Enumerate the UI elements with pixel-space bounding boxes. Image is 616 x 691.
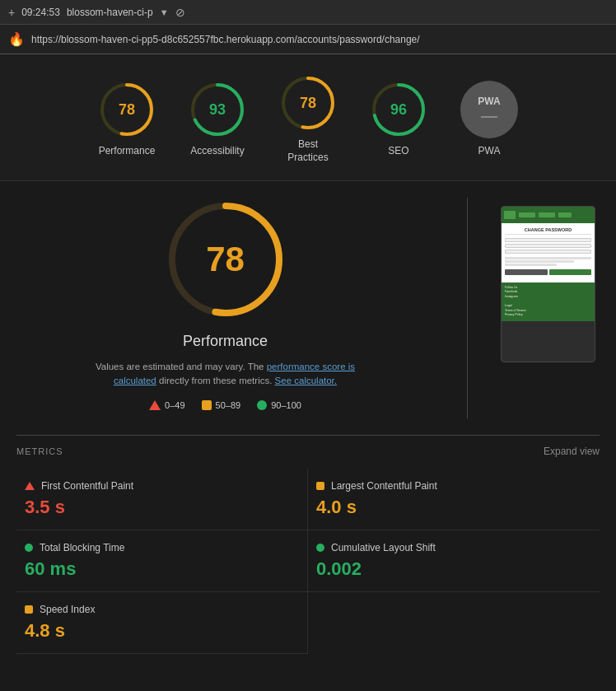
performance-title: Performance <box>183 333 268 350</box>
score-circle-accessibility: 93 <box>189 81 246 138</box>
red-triangle-icon <box>149 400 161 410</box>
green-circle-icon-tbt <box>25 544 33 552</box>
description-middle: directly from these metrics. <box>159 376 275 385</box>
top-bar: + 09:24:53 blossom-haven-ci-p ▼ ⊘ <box>0 0 616 25</box>
top-bar-plus-icon: + <box>8 6 15 19</box>
top-bar-time: 09:24:53 <box>21 7 60 18</box>
preview-text-3 <box>505 264 557 266</box>
perf-left: 78 Performance Values are estimated and … <box>16 198 434 418</box>
score-value-seo: 96 <box>390 100 407 118</box>
top-bar-title: blossom-haven-ci-p <box>67 7 153 18</box>
preview-page-title: CHANGE PASSWORD <box>505 227 591 235</box>
metric-header-cls: Cumulative Layout Shift <box>316 542 591 553</box>
metric-name-lcp: Largest Contentful Paint <box>331 480 437 492</box>
legend-range-orange: 50–89 <box>216 400 241 410</box>
perf-right: CHANGE PASSWORD Follow UsFacebookIns <box>501 206 600 362</box>
metrics-header: METRICS Expand view <box>16 435 600 457</box>
score-value-performance: 78 <box>119 100 135 118</box>
metric-value-si: 4.8 s <box>25 620 299 642</box>
score-item-performance[interactable]: 78 Performance <box>98 81 156 158</box>
metrics-title: METRICS <box>16 446 63 456</box>
metric-item-si: Speed Index 4.8 s <box>16 592 308 654</box>
preview-nav-item2 <box>539 212 555 217</box>
metric-value-cls: 0.002 <box>316 558 591 580</box>
legend: 0–49 50–89 90–100 <box>149 400 301 410</box>
preview-input-3 <box>505 250 591 254</box>
vertical-divider <box>467 198 468 418</box>
pwa-minus-icon: — <box>481 107 497 124</box>
preview-footer: Follow UsFacebookInstagramLegalTerms of … <box>502 282 595 321</box>
metric-header-si: Speed Index <box>25 604 299 615</box>
preview-nav-item3 <box>558 212 572 217</box>
score-circle-performance: 78 <box>98 81 156 138</box>
metric-item-tbt: Total Blocking Time 60 ms <box>16 530 308 592</box>
score-label-pwa: PWA <box>478 145 501 158</box>
performance-description: Values are estimated and may vary. The p… <box>94 360 357 389</box>
main-content: 78 Performance Values are estimated and … <box>0 181 616 670</box>
metrics-grid: First Contentful Paint 3.5 s Largest Con… <box>16 469 600 654</box>
pwa-circle: PWA — <box>460 81 518 138</box>
metric-value-lcp: 4.0 s <box>316 497 591 518</box>
calculator-link[interactable]: See calculator. <box>275 376 337 385</box>
score-item-pwa[interactable]: PWA — PWA <box>460 81 518 158</box>
preview-input-2 <box>505 244 591 248</box>
preview-nav-item1 <box>519 212 535 217</box>
metric-value-tbt: 60 ms <box>25 558 299 580</box>
preview-footer-content: Follow UsFacebookInstagramLegalTerms of … <box>505 286 591 318</box>
orange-square-icon <box>202 400 212 410</box>
preview-btn-change <box>549 269 592 275</box>
legend-item-red: 0–49 <box>149 400 184 410</box>
metric-name-cls: Cumulative Layout Shift <box>331 542 436 553</box>
legend-item-green: 90–100 <box>257 400 301 410</box>
big-score-wrapper: 78 Performance Values are estimated and … <box>16 198 434 410</box>
top-bar-dropdown-icon[interactable]: ▼ <box>160 7 169 17</box>
performance-section: 78 Performance Values are estimated and … <box>16 198 600 418</box>
score-item-seo[interactable]: 96 SEO <box>370 81 427 158</box>
site-icon: 🔥 <box>8 31 25 47</box>
metric-value-fcp: 3.5 s <box>25 497 299 518</box>
preview-buttons <box>505 269 591 275</box>
score-circle-best-practices: 78 <box>279 74 337 132</box>
orange-square-icon-si <box>25 605 33 614</box>
preview-text-2 <box>505 260 574 263</box>
metric-header-tbt: Total Blocking Time <box>25 542 299 553</box>
big-score-circle: 78 <box>164 198 287 321</box>
address-url[interactable]: https://blossom-haven-ci-pp5-d8c652557fb… <box>31 34 420 45</box>
score-circle-seo: 96 <box>370 81 427 138</box>
big-score-number: 78 <box>206 240 245 279</box>
score-label-seo: SEO <box>388 145 408 158</box>
metric-header-fcp: First Contentful Paint <box>25 480 299 492</box>
score-value-best-practices: 78 <box>300 95 316 112</box>
description-text: Values are estimated and may vary. The <box>96 362 267 371</box>
score-value-accessibility: 93 <box>209 100 226 118</box>
legend-range-green: 90–100 <box>271 400 301 410</box>
preview-body: CHANGE PASSWORD <box>502 223 595 282</box>
score-label-performance: Performance <box>99 145 156 158</box>
orange-square-icon-lcp <box>316 482 324 490</box>
top-bar-circle-icon: ⊘ <box>175 6 185 19</box>
score-label-accessibility: Accessibility <box>190 145 244 158</box>
metric-name-si: Speed Index <box>40 604 95 615</box>
green-circle-icon-cls <box>316 544 324 552</box>
metric-item-cls: Cumulative Layout Shift 0.002 <box>308 530 600 592</box>
preview-btn-back <box>505 269 548 275</box>
metric-header-lcp: Largest Contentful Paint <box>316 480 591 492</box>
metric-name-tbt: Total Blocking Time <box>40 542 124 553</box>
red-triangle-icon-fcp <box>25 482 35 490</box>
scores-section: 78 Performance 93 Accessibility 78 BestP… <box>0 54 616 181</box>
preview-text-1 <box>505 257 591 259</box>
score-label-best-practices: BestPractices <box>287 138 328 164</box>
legend-item-orange: 50–89 <box>202 400 241 410</box>
legend-range-red: 0–49 <box>165 400 184 410</box>
preview-nav <box>502 207 595 223</box>
metric-item-fcp: First Contentful Paint 3.5 s <box>16 469 308 530</box>
preview-input-1 <box>505 238 591 242</box>
pwa-text: PWA <box>478 96 500 107</box>
metric-name-fcp: First Contentful Paint <box>41 480 133 492</box>
expand-view-button[interactable]: Expand view <box>544 446 600 457</box>
score-item-best-practices[interactable]: 78 BestPractices <box>279 74 337 164</box>
score-item-accessibility[interactable]: 93 Accessibility <box>189 81 246 158</box>
preview-nav-logo <box>504 211 516 219</box>
screenshot-preview: CHANGE PASSWORD Follow UsFacebookIns <box>501 206 595 362</box>
green-circle-icon <box>257 400 267 410</box>
